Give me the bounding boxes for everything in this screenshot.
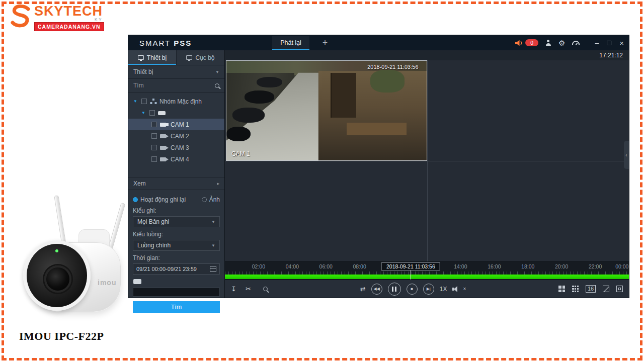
radio-record-label: Hoạt động ghi lại: [140, 196, 186, 203]
stop-button[interactable]: ■: [407, 284, 418, 295]
camera-icon: [160, 123, 166, 127]
radio-picture[interactable]: [202, 197, 207, 202]
maximize-button[interactable]: [607, 41, 611, 45]
custom-split-button[interactable]: [603, 286, 609, 292]
smartpss-window: SMART PSS Phát lại + 0 ⚙ – ×: [128, 35, 629, 298]
calendar-icon[interactable]: [210, 266, 216, 272]
tree-device-row[interactable]: ▼: [128, 107, 224, 119]
time-range-input[interactable]: 09/21 00:00-09/21 23:59: [133, 263, 220, 275]
app-title: SMART PSS: [139, 39, 192, 47]
video-grid: 2018-09-21 11:03:56 CAM 1 ‹: [225, 60, 629, 261]
mute-mark-icon: ×: [463, 286, 466, 292]
user-icon[interactable]: [545, 40, 551, 46]
search-button[interactable]: Tìm: [133, 301, 220, 313]
empty-field[interactable]: [133, 288, 220, 297]
camera-icon: [160, 146, 166, 150]
timeline-tick: 20:00: [555, 263, 568, 269]
device-tree: ▼ Nhóm Mặc định ▼ CAM 1: [128, 93, 224, 165]
device-tab-icon: [138, 55, 144, 60]
view-section-label: Xem: [133, 180, 146, 187]
timeline-tick: 22:00: [589, 263, 602, 269]
radio-picture-label: Ảnh: [209, 196, 220, 203]
video-osd-camera-name: CAM 1: [231, 150, 250, 157]
search-input[interactable]: [133, 82, 212, 89]
close-button[interactable]: ×: [619, 39, 624, 47]
grid-divider-horizontal: [225, 161, 629, 161]
search-icon[interactable]: [215, 83, 219, 88]
sidebar-tab-device[interactable]: Thiết bị: [128, 50, 176, 65]
split-16-view-button[interactable]: 16: [586, 285, 596, 293]
checkbox[interactable]: [151, 122, 157, 127]
group-label: Nhóm Mặc định: [159, 98, 202, 105]
checkbox[interactable]: [151, 133, 157, 139]
split-9-view-button[interactable]: [572, 286, 579, 292]
record-type-select[interactable]: Mọi Bản ghi ▼: [133, 216, 220, 227]
radio-record-activity[interactable]: [133, 197, 138, 202]
device-dropdown[interactable]: Thiết bị ▼: [128, 65, 224, 79]
camera-label: CAM 3: [171, 144, 189, 151]
smart-search-icon[interactable]: [263, 287, 268, 291]
panel-toggle-icon[interactable]: [133, 279, 141, 284]
video-osd-timestamp: 2018-09-21 11:03:56: [367, 64, 418, 70]
view-section-header[interactable]: Xem ▸: [128, 177, 224, 190]
timeline-tick: 18:00: [521, 263, 534, 269]
alarm-button[interactable]: 0: [515, 39, 538, 46]
sidebar-tab-local[interactable]: Cục bộ: [176, 50, 224, 65]
timeline-recording-bar[interactable]: [225, 275, 629, 279]
split-4-view-button[interactable]: [558, 286, 565, 292]
add-tab-button[interactable]: +: [323, 38, 328, 47]
minimize-button[interactable]: –: [595, 39, 599, 47]
video-frame: [226, 61, 427, 160]
local-tab-label: Cục bộ: [195, 54, 214, 61]
clock: 17:21:12: [599, 52, 623, 59]
record-type-value: Mọi Bản ghi: [137, 218, 169, 225]
gear-icon[interactable]: ⚙: [558, 39, 565, 47]
camera-lens: [44, 265, 71, 293]
checkbox[interactable]: [141, 99, 147, 104]
brand-sub: KY: [34, 17, 103, 22]
volume-mute-icon[interactable]: [452, 286, 459, 292]
skytech-swirl-icon: [10, 4, 32, 30]
collapse-arrow-icon: ‹: [625, 152, 627, 158]
timeline-tick: 04:00: [286, 263, 299, 269]
tree-camera-row[interactable]: CAM 4: [128, 153, 224, 165]
pause-button[interactable]: [388, 283, 401, 296]
dashboard-gauge-icon[interactable]: [572, 41, 580, 45]
tab-playback[interactable]: Phát lại: [272, 36, 309, 50]
download-icon[interactable]: ↧: [231, 285, 236, 293]
rewind-icon: ◀◀: [374, 287, 380, 291]
stream-type-value: Luồng chính: [137, 242, 171, 249]
stream-type-label: Kiểu luồng:: [133, 231, 220, 238]
pause-icon: [392, 287, 396, 292]
fullscreen-button[interactable]: [616, 286, 623, 292]
rewind-button[interactable]: ◀◀: [371, 284, 382, 295]
checkbox[interactable]: [151, 145, 157, 150]
step-forward-button[interactable]: ▶|: [423, 284, 434, 295]
checkbox[interactable]: [151, 156, 157, 162]
tree-camera-row[interactable]: CAM 2: [128, 130, 224, 142]
alarm-speaker-icon: [515, 40, 523, 46]
expand-icon[interactable]: ▼: [141, 111, 146, 115]
group-icon: [150, 99, 156, 105]
search-box: [128, 79, 224, 93]
collapse-panel-handle[interactable]: ‹: [624, 141, 629, 169]
timeline[interactable]: 02:00 04:00 06:00 08:00 14:00 16:00 18:0…: [225, 261, 629, 280]
device-dropdown-label: Thiết bị: [133, 68, 153, 75]
tree-camera-row[interactable]: CAM 1: [128, 119, 224, 130]
clip-scissors-icon[interactable]: ✂: [246, 285, 251, 293]
timeline-current-time[interactable]: 2018-09-21 11:03:56: [381, 262, 440, 270]
camera-icon: [160, 134, 166, 138]
alarm-count-badge: 0: [525, 39, 538, 46]
playback-speed[interactable]: 1X: [440, 286, 447, 293]
camera-icon: [160, 157, 166, 161]
app-title-pss: PSS: [174, 39, 192, 47]
stream-type-select[interactable]: Luồng chính ▼: [133, 240, 220, 251]
tree-camera-row[interactable]: CAM 3: [128, 142, 224, 153]
video-cell-cam1[interactable]: 2018-09-21 11:03:56 CAM 1: [226, 60, 427, 161]
expand-icon[interactable]: ▼: [133, 99, 138, 104]
checkbox[interactable]: [149, 110, 155, 116]
sync-playback-icon[interactable]: ⇄: [360, 285, 366, 293]
camera-label: CAM 1: [171, 121, 189, 128]
sidebar: Thiết bị Cục bộ Thiết bị ▼ ▼: [128, 50, 225, 298]
tree-group-row[interactable]: ▼ Nhóm Mặc định: [128, 96, 224, 107]
